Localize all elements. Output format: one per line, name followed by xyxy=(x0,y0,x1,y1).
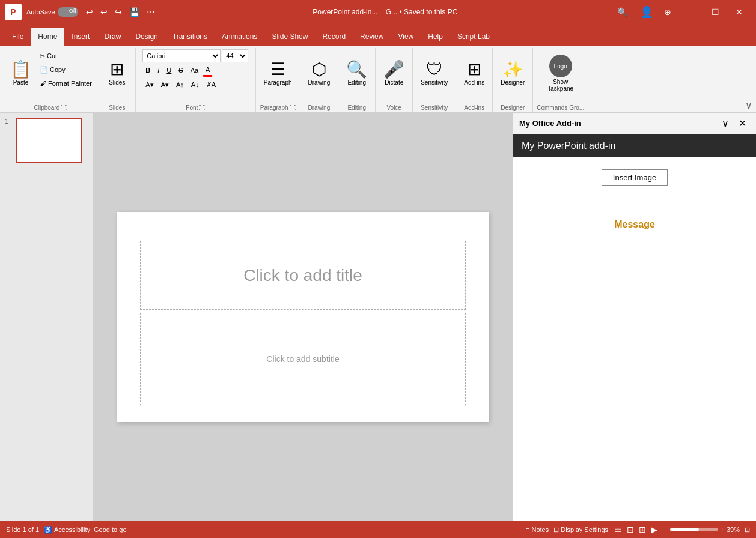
editing-button[interactable]: 🔍 Editing xyxy=(342,49,371,97)
title-placeholder[interactable]: Click to add title xyxy=(140,241,466,310)
commands-group-label: Commands Gro... xyxy=(537,104,584,111)
show-taskpane-button[interactable]: Logo Show Taskpane xyxy=(543,49,578,97)
display-settings-button[interactable]: ⊡ Display Settings xyxy=(553,526,608,534)
task-pane-close-button[interactable]: ✕ xyxy=(735,116,750,130)
tab-transitions[interactable]: Transitions xyxy=(165,28,215,46)
status-bar-right: ≡ Notes ⊡ Display Settings ▭ ⊟ ⊞ ▶ − + 3… xyxy=(526,524,750,536)
paste-button[interactable]: 📋 Paste xyxy=(6,49,35,97)
tab-home[interactable]: Home xyxy=(31,28,64,46)
redo-button[interactable]: ↪ xyxy=(112,6,125,18)
designer-group: ✨ Designer Designer xyxy=(493,48,533,112)
tab-slideshow[interactable]: Slide Show xyxy=(264,28,315,46)
disk-save-button[interactable]: 💾 xyxy=(126,6,142,18)
save-button[interactable]: ↩ xyxy=(83,6,96,18)
present-view-button[interactable]: ▶ xyxy=(650,524,659,536)
window-controls: — ☐ ✕ xyxy=(679,0,751,24)
maximize-button[interactable]: ☐ xyxy=(703,0,727,24)
more-qs-button[interactable]: ⋯ xyxy=(144,6,158,18)
close-button[interactable]: ✕ xyxy=(727,0,751,24)
commands-text: Commands Gro... xyxy=(537,104,584,111)
addins-group: ⊞ Add-ins Add-ins xyxy=(456,48,493,112)
clear-format-button[interactable]: ✗A xyxy=(203,78,219,91)
copy-button[interactable]: 📄 Copy xyxy=(37,63,95,76)
zoom-controls: − + 39% xyxy=(663,526,740,533)
quick-save-icons: ↩ ↩ ↪ 💾 ⋯ xyxy=(83,6,158,18)
reading-view-button[interactable]: ⊞ xyxy=(638,524,647,536)
drawing-content: ⬡ Drawing xyxy=(304,49,335,103)
tab-file[interactable]: File xyxy=(5,28,31,46)
addins-group-label: Add-ins xyxy=(464,104,484,111)
slides-content: ⊞ Slides xyxy=(103,49,132,103)
zoom-out-button[interactable]: − xyxy=(663,526,667,533)
normal-view-button[interactable]: ▭ xyxy=(613,524,623,536)
tab-draw[interactable]: Draw xyxy=(97,28,128,46)
slide-canvas[interactable]: Click to add title Click to add subtitle xyxy=(117,212,489,422)
changecase-button[interactable]: Aa xyxy=(187,64,201,77)
editing-icon: 🔍 xyxy=(346,61,367,78)
paragraph-label: Paragraph xyxy=(264,79,292,86)
clipboard-expand-icon[interactable]: ⛶ xyxy=(61,104,67,111)
underline-button[interactable]: U xyxy=(163,64,174,77)
clipboard-group: 📋 Paste ✂ Cut 📄 Copy 🖌 Format Painter Cl… xyxy=(2,48,99,112)
profile-button[interactable]: 👤 xyxy=(637,4,656,20)
notes-button[interactable]: ≡ Notes xyxy=(526,526,549,533)
task-pane-controls: ∨ ✕ xyxy=(718,116,750,130)
ribbon: 📋 Paste ✂ Cut 📄 Copy 🖌 Format Painter Cl… xyxy=(0,46,756,113)
tab-help[interactable]: Help xyxy=(421,28,450,46)
tab-review[interactable]: Review xyxy=(353,28,391,46)
fontsize-decrease-button[interactable]: A↓ xyxy=(188,78,202,91)
accessibility-button[interactable]: ♿ Accessibility: Good to go xyxy=(44,526,126,534)
autosave-toggle[interactable] xyxy=(58,7,78,17)
font-label: Font ⛶ xyxy=(186,104,205,111)
slide-thumbnail[interactable] xyxy=(16,118,82,163)
subtitle-placeholder[interactable]: Click to add subtitle xyxy=(140,313,466,405)
font-controls: Calibri 44 B I U S Aa A A▾ A▾ xyxy=(142,49,248,91)
font-name-select[interactable]: Calibri xyxy=(142,49,221,62)
tab-animations[interactable]: Animations xyxy=(215,28,264,46)
strikethrough-button[interactable]: S xyxy=(175,64,186,77)
slide-panel: 1 xyxy=(0,113,93,521)
tab-record[interactable]: Record xyxy=(315,28,353,46)
layouts-button[interactable]: ⊞ Slides xyxy=(103,49,132,97)
sensitivity-button[interactable]: 🛡 Sensitivity xyxy=(416,49,452,97)
zoom-in-button[interactable]: + xyxy=(721,526,724,533)
minimize-button[interactable]: — xyxy=(679,0,703,24)
insert-image-button[interactable]: Insert Image xyxy=(602,169,668,186)
dictate-button[interactable]: 🎤 Dictate xyxy=(379,49,409,97)
designer-content: ✨ Designer xyxy=(496,49,529,103)
italic-button[interactable]: I xyxy=(154,64,162,77)
ribbon-display-button[interactable]: ⊕ xyxy=(661,6,674,18)
expand-ribbon-button[interactable]: ∨ xyxy=(744,98,754,112)
undo-button[interactable]: ↩ xyxy=(97,6,111,18)
font-expand-icon[interactable]: ⛶ xyxy=(199,104,205,111)
title-placeholder-text: Click to add title xyxy=(243,266,362,285)
tab-view[interactable]: View xyxy=(391,28,421,46)
cloud-save-status: G... • Saved to this PC xyxy=(386,8,458,16)
fit-slide-button[interactable]: ⊡ xyxy=(745,526,750,534)
fontsize-increase-button[interactable]: A↑ xyxy=(173,78,187,91)
font-size-select[interactable]: 44 xyxy=(222,49,248,62)
tab-insert[interactable]: Insert xyxy=(64,28,97,46)
designer-button[interactable]: ✨ Designer xyxy=(496,49,529,97)
drawing-button[interactable]: ⬡ Drawing xyxy=(304,49,335,97)
addins-button[interactable]: ⊞ Add-ins xyxy=(460,49,489,97)
format-painter-button[interactable]: 🖌 Format Painter xyxy=(37,77,95,90)
tab-design[interactable]: Design xyxy=(128,28,165,46)
editing-label: Editing xyxy=(347,79,366,86)
tab-scriptlab[interactable]: Script Lab xyxy=(450,28,497,46)
title-bar: P AutoSave ↩ ↩ ↪ 💾 ⋯ PowerPoint add-in..… xyxy=(0,0,756,24)
search-button[interactable]: 🔍 xyxy=(612,5,632,19)
task-pane-title: My Office Add-in xyxy=(519,119,581,128)
paragraph-group-label: Paragraph ⛶ xyxy=(260,104,296,111)
task-pane-collapse-button[interactable]: ∨ xyxy=(718,116,733,130)
paragraph-button[interactable]: ☰ Paragraph xyxy=(260,49,296,97)
cut-button[interactable]: ✂ Cut xyxy=(37,49,95,62)
fontcolor-button[interactable]: A xyxy=(203,64,213,77)
autosave-area: AutoSave xyxy=(26,7,78,17)
slide-sorter-button[interactable]: ⊟ xyxy=(626,524,635,536)
textcolor-button[interactable]: A▾ xyxy=(158,78,172,91)
zoom-slider[interactable] xyxy=(670,528,718,531)
highlight-button[interactable]: A▾ xyxy=(142,78,156,91)
paragraph-expand-icon[interactable]: ⛶ xyxy=(290,104,296,111)
bold-button[interactable]: B xyxy=(142,64,153,77)
